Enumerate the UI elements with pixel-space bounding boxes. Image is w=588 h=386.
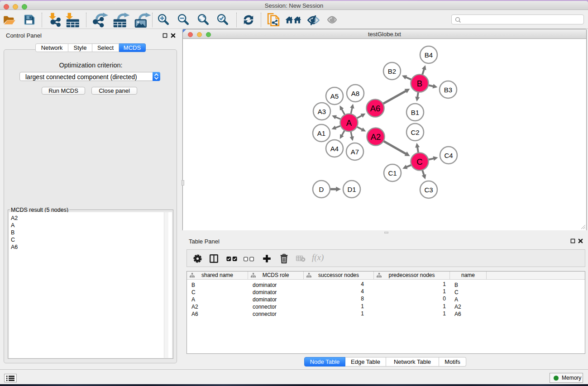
svg-text:B: B bbox=[417, 79, 422, 88]
svg-text:D1: D1 bbox=[347, 186, 356, 193]
svg-text:C3: C3 bbox=[424, 186, 433, 194]
svg-text:C: C bbox=[416, 157, 422, 167]
svg-text:A6: A6 bbox=[370, 104, 381, 113]
svg-text:B3: B3 bbox=[444, 86, 452, 94]
svg-text:B2: B2 bbox=[388, 67, 396, 75]
svg-text:A1: A1 bbox=[317, 129, 325, 137]
svg-text:A5: A5 bbox=[330, 92, 339, 100]
svg-text:A2: A2 bbox=[371, 132, 381, 142]
svg-text:A4: A4 bbox=[330, 145, 339, 152]
svg-text:C2: C2 bbox=[411, 129, 419, 136]
svg-text:A3: A3 bbox=[318, 108, 326, 115]
svg-text:A7: A7 bbox=[351, 148, 359, 156]
svg-text:A8: A8 bbox=[351, 90, 359, 97]
svg-text:C1: C1 bbox=[388, 169, 397, 177]
svg-text:C4: C4 bbox=[444, 152, 453, 159]
svg-text:A: A bbox=[346, 118, 352, 128]
svg-text:B1: B1 bbox=[411, 109, 419, 116]
svg-text:B4: B4 bbox=[425, 51, 433, 59]
svg-text:D: D bbox=[319, 186, 324, 193]
